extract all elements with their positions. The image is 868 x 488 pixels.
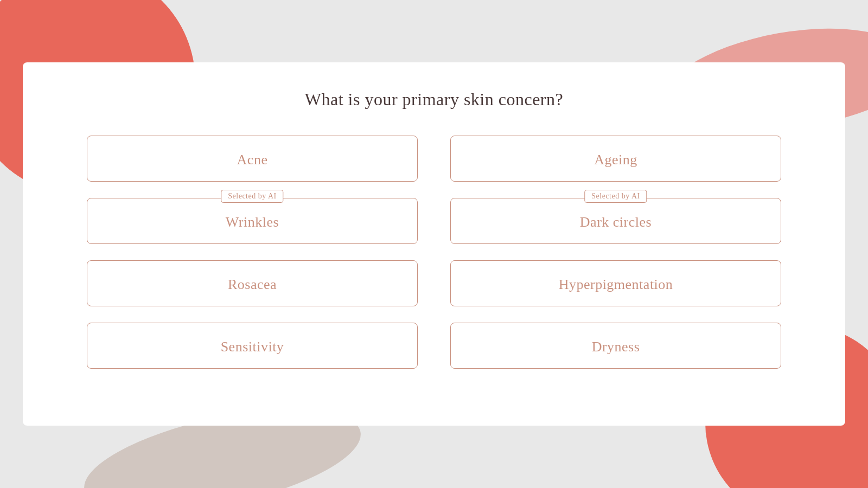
option-hyperpigmentation[interactable]: Hyperpigmentation <box>450 260 781 306</box>
main-card: What is your primary skin concern? AcneA… <box>23 62 845 426</box>
option-label-sensitivity: Sensitivity <box>221 339 284 355</box>
option-dryness[interactable]: Dryness <box>450 323 781 369</box>
option-label-ageing: Ageing <box>594 152 637 168</box>
option-label-wrinkles: Wrinkles <box>226 214 279 230</box>
option-label-dark-circles: Dark circles <box>580 214 652 230</box>
ai-badge-dark-circles: Selected by AI <box>584 190 647 203</box>
option-dark-circles[interactable]: Selected by AIDark circles <box>450 198 781 244</box>
option-sensitivity[interactable]: Sensitivity <box>87 323 418 369</box>
option-rosacea[interactable]: Rosacea <box>87 260 418 306</box>
option-wrinkles[interactable]: Selected by AIWrinkles <box>87 198 418 244</box>
option-label-rosacea: Rosacea <box>228 277 277 293</box>
option-ageing[interactable]: Ageing <box>450 136 781 182</box>
ai-badge-wrinkles: Selected by AI <box>221 190 283 203</box>
option-acne[interactable]: Acne <box>87 136 418 182</box>
page-title: What is your primary skin concern? <box>305 89 563 110</box>
options-grid: AcneAgeingSelected by AIWrinklesSelected… <box>87 136 781 369</box>
option-label-dryness: Dryness <box>592 339 640 355</box>
option-label-hyperpigmentation: Hyperpigmentation <box>559 277 673 293</box>
option-label-acne: Acne <box>237 152 268 168</box>
